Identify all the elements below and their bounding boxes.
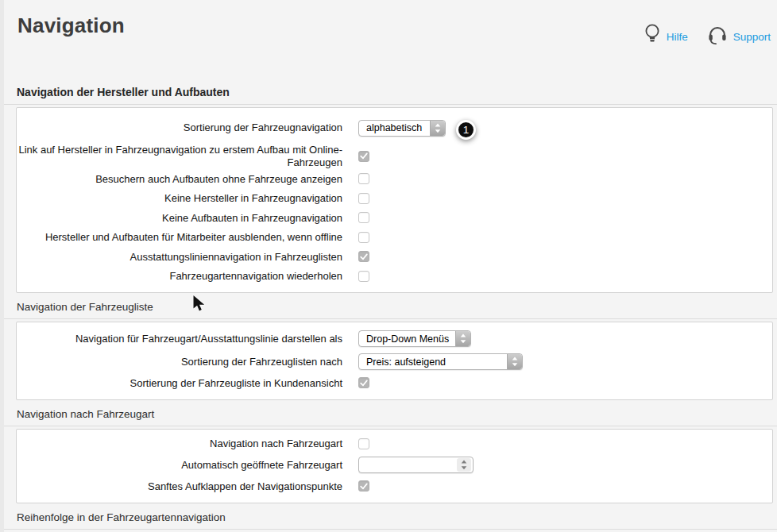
checkbox-ausblenden-wenn-offline[interactable] (358, 232, 369, 243)
select-sortierung-fahrzeuglisten-nach[interactable]: Preis: aufsteigend (358, 353, 523, 370)
section-3: Navigation nach FahrzeugartNavigation na… (0, 408, 777, 503)
field-control (358, 151, 369, 162)
field-label: Navigation nach Fahrzeugart (17, 438, 342, 450)
field-label: Sortierung der Fahrzeuglisten nach (17, 356, 342, 368)
chevron-updown-icon (507, 354, 522, 369)
field-control (358, 193, 369, 204)
field-label: Navigation für Fahrzeugart/Ausstattungsl… (17, 333, 342, 345)
checkmark-icon (360, 253, 368, 260)
field-label: Fahrzeugartennavigation wiederholen (17, 270, 342, 283)
checkbox-sanftes-aufklappen[interactable] (358, 480, 369, 492)
field-label: Ausstattungsliniennavigation in Fahrzeug… (17, 251, 342, 264)
hilfe-label: Hilfe (667, 31, 688, 43)
page-header: Navigation Hilfe Support (0, 0, 777, 45)
form-row-sortierung-fahrzeuglisten-nach: Sortierung der Fahrzeuglisten nachPreis:… (17, 350, 772, 373)
field-control (358, 438, 369, 449)
checkmark-icon (360, 380, 368, 387)
form-row-aufbauten-ohne-fahrzeuge: Besuchern auch Aufbauten ohne Fahrzeuge … (17, 169, 772, 189)
form-row-ausstattungslinien-in-fahrzeuglisten: Ausstattungsliniennavigation in Fahrzeug… (17, 247, 772, 267)
section-4: Reihenfolge in der Fahrzeugartennavigati… (0, 511, 777, 532)
form-row-fahrzeugarten-wiederholen: Fahrzeugartennavigation wiederholen (17, 267, 772, 287)
checkmark-icon (360, 152, 368, 160)
support-label: Support (733, 31, 771, 43)
form-row-keine-hersteller: Keine Hersteller in Fahrzeugnavigation (17, 189, 772, 209)
chevron-updown-icon (457, 458, 471, 472)
field-control: Drop-Down Menüs (358, 330, 471, 347)
field-control (358, 377, 369, 388)
select-sortierung-fahrzeugnavigation[interactable]: alphabetisch (358, 120, 446, 137)
window-edge (0, 0, 4, 532)
form-row-ausblenden-wenn-offline: Hersteller und Aufbauten für Mitarbeiter… (17, 228, 772, 248)
headset-icon (707, 24, 728, 45)
section-1: Navigation der Hersteller und AufbautenS… (0, 86, 777, 293)
field-control (358, 212, 369, 223)
sections: Navigation der Hersteller und AufbautenS… (0, 86, 777, 532)
checkbox-sortierung-kundenansicht[interactable] (358, 377, 369, 388)
checkbox-link-hersteller-erster-aufbau[interactable] (358, 151, 369, 162)
form-row-automatisch-geoeffnete-fahrzeugart: Automatisch geöffnete Fahrzeugart (17, 453, 772, 476)
section-box: Navigation für Fahrzeugart/Ausstattungsl… (16, 322, 773, 400)
field-label: Keine Aufbauten in Fahrzeugnavigation (17, 212, 342, 225)
field-control (358, 271, 369, 282)
field-control (358, 457, 474, 473)
form-row-link-hersteller-erster-aufbau: Link auf Hersteller in Fahrzeugnavigatio… (17, 143, 772, 169)
select-darstellen-als[interactable]: Drop-Down Menüs (358, 330, 471, 347)
form-row-sortierung-fahrzeugnavigation: Sortierung der Fahrzeugnavigationalphabe… (17, 113, 772, 143)
select-value: Drop-Down Menüs (359, 333, 455, 345)
annotation-badge: 1 (456, 120, 476, 140)
section-box: Navigation nach FahrzeugartAutomatisch g… (16, 429, 773, 503)
hilfe-link[interactable]: Hilfe (644, 23, 688, 45)
field-control (358, 232, 369, 243)
chevron-updown-icon (430, 121, 445, 136)
section-heading: Navigation der Fahrzeugliste (0, 301, 777, 319)
select-value: alphabetisch (359, 122, 430, 133)
lightbulb-icon (644, 23, 661, 45)
checkbox-keine-hersteller[interactable] (358, 193, 369, 204)
select-value: Preis: aufsteigend (359, 357, 507, 368)
field-label: Sortierung der Fahrzeugnavigation (17, 121, 342, 134)
field-label: Besuchern auch Aufbauten ohne Fahrzeuge … (17, 173, 342, 186)
checkmark-icon (360, 483, 368, 490)
section-2: Navigation der FahrzeuglisteNavigation f… (0, 301, 777, 400)
checkbox-fahrzeugarten-wiederholen[interactable] (358, 271, 369, 282)
select-automatisch-geoeffnete-fahrzeugart[interactable] (358, 457, 474, 473)
field-control: alphabetisch1 (358, 116, 476, 140)
form-row-sanftes-aufklappen: Sanftes Aufklappen der Navigationspunkte (17, 476, 772, 496)
checkbox-keine-aufbauten[interactable] (358, 212, 369, 223)
form-row-darstellen-als: Navigation für Fahrzeugart/Ausstattungsl… (17, 327, 772, 350)
field-label: Hersteller und Aufbauten für Mitarbeiter… (17, 231, 342, 244)
checkbox-aufbauten-ohne-fahrzeuge[interactable] (358, 173, 369, 184)
field-label: Sanftes Aufklappen der Navigationspunkte (17, 480, 342, 493)
checkbox-ausstattungslinien-in-fahrzeuglisten[interactable] (358, 251, 369, 262)
chevron-updown-icon (455, 331, 470, 346)
section-heading: Navigation nach Fahrzeugart (0, 408, 777, 426)
field-control (358, 173, 369, 184)
section-box: Sortierung der Fahrzeugnavigationalphabe… (16, 107, 773, 293)
field-label: Automatisch geöffnete Fahrzeugart (17, 459, 342, 472)
support-link[interactable]: Support (707, 23, 771, 45)
field-label: Keine Hersteller in Fahrzeugnavigation (17, 192, 342, 205)
field-control (358, 251, 369, 262)
page-title: Navigation (17, 13, 125, 38)
header-links: Hilfe Support (644, 23, 772, 45)
field-control: Preis: aufsteigend (358, 353, 523, 370)
field-label: Link auf Hersteller in Fahrzeugnavigatio… (17, 144, 342, 168)
field-control (358, 480, 369, 492)
form-row-sortierung-kundenansicht: Sortierung der Fahrzeugliste in Kundenan… (17, 373, 772, 393)
section-heading: Reihenfolge in der Fahrzeugartennavigati… (0, 511, 777, 530)
section-heading: Navigation der Hersteller und Aufbauten (0, 86, 777, 105)
checkbox-navigation-nach-fahrzeugart[interactable] (358, 438, 369, 449)
form-row-navigation-nach-fahrzeugart: Navigation nach Fahrzeugart (17, 434, 772, 454)
field-label: Sortierung der Fahrzeugliste in Kundenan… (17, 377, 342, 390)
form-row-keine-aufbauten: Keine Aufbauten in Fahrzeugnavigation (17, 208, 772, 228)
